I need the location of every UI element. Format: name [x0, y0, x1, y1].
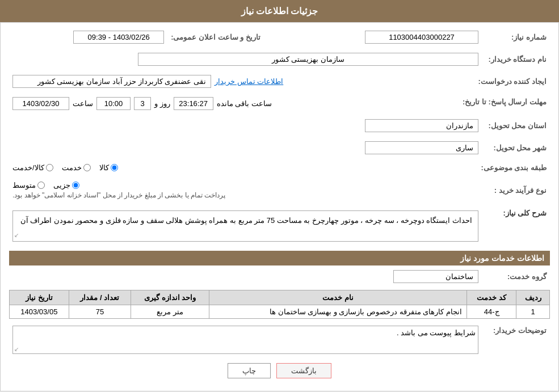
- resize-icon: ↙: [14, 230, 19, 240]
- date-value: 1403/02/26 - 09:39: [73, 31, 164, 44]
- content-area: شماره نیاز: 1103004403000227 تاریخ و ساع…: [0, 22, 559, 391]
- col-service-code: کد خدمت: [466, 290, 516, 305]
- city-label: شهر محل تحویل:: [482, 139, 550, 157]
- province-label: استان محل تحویل:: [482, 117, 550, 134]
- process-row: نوع فرآیند خرید : متوسط جزیی: [9, 179, 550, 201]
- col-date: تاریخ نیاز: [10, 290, 69, 305]
- need-number-row: شماره نیاز: 1103004403000227 تاریخ و ساع…: [9, 28, 550, 46]
- deadline-remaining-label: ساعت باقی مانده: [217, 99, 272, 108]
- process-option-motavasset[interactable]: متوسط: [12, 181, 45, 189]
- category-label-kala: کالا: [99, 163, 109, 172]
- process-label: نوع فرآیند خرید :: [482, 179, 550, 201]
- province-row: استان محل تحویل: مازندران: [9, 117, 550, 134]
- page-header: جزئیات اطلاعات نیاز: [0, 0, 559, 22]
- category-option-kala-khedmat[interactable]: کالا/خدمت: [12, 163, 53, 172]
- process-option-jozii[interactable]: جزیی: [53, 181, 79, 189]
- org-label: نام دستگاه خریدار:: [482, 50, 550, 68]
- service-group-row: گروه خدمت: ساختمان: [9, 268, 550, 285]
- buyer-notes-text: شرایط پیوست می باشد .: [397, 328, 476, 337]
- deadline-time-label: ساعت: [73, 99, 93, 108]
- date-label: تاریخ و ساعت اعلان عمومی:: [167, 28, 264, 46]
- col-row-num: ردیف: [516, 290, 550, 305]
- province-value: مازندران: [365, 119, 478, 132]
- category-label-khedmat: خدمت: [62, 163, 82, 172]
- header-title: جزئیات اطلاعات نیاز: [241, 6, 318, 16]
- creator-label: ایجاد کننده درخواست:: [474, 73, 550, 90]
- service-group-label: گروه خدمت:: [482, 268, 550, 285]
- col-unit: واحد اندازه گیری: [131, 290, 209, 305]
- col-service-name: نام خدمت: [209, 290, 467, 305]
- category-option-khedmat[interactable]: خدمت: [62, 163, 91, 172]
- table-row: 1 ج-44 انجام کارهای متفرقه درخصوص بازساز…: [10, 305, 550, 319]
- deadline-time: 10:00: [96, 97, 131, 110]
- category-row: طبقه بندی موضوعی: کالا/خدمت خدمت: [9, 161, 550, 174]
- process-radio-jozii[interactable]: [72, 182, 79, 189]
- notes-resize-icon: ↙: [14, 346, 19, 352]
- deadline-date: 1403/02/30: [12, 97, 69, 110]
- category-radio-group: کالا/خدمت خدمت کالا: [12, 163, 474, 172]
- cell-date: 1403/03/05: [10, 305, 69, 319]
- cell-unit: متر مربع: [131, 305, 209, 319]
- cell-row-num: 1: [516, 305, 550, 319]
- city-row: شهر محل تحویل: ساری: [9, 139, 550, 157]
- cell-quantity: 75: [69, 305, 131, 319]
- need-number-label: شماره نیاز:: [482, 28, 550, 46]
- process-label-motavasset: متوسط: [12, 181, 36, 189]
- org-row: نام دستگاه خریدار: سازمان بهزیستی کشور: [9, 50, 550, 68]
- org-value: سازمان بهزیستی کشور: [138, 53, 478, 66]
- buyer-notes-label: توضیحات خریدار:: [482, 323, 550, 356]
- services-table: ردیف کد خدمت نام خدمت واحد اندازه گیری ت…: [9, 290, 550, 319]
- buyer-notes-box: شرایط پیوست می باشد . ↙: [12, 326, 478, 354]
- cell-service-name: انجام کارهای متفرقه درخصوص بازسازی و بهس…: [209, 305, 467, 319]
- process-note: پرداخت تمام یا بخشی از مبلغ خریدار از مح…: [12, 191, 225, 199]
- deadline-day: 3: [134, 97, 151, 110]
- main-container: جزئیات اطلاعات نیاز شماره نیاز: 11030044…: [0, 0, 559, 391]
- deadline-day-label: روز و: [154, 99, 170, 108]
- process-label-jozii: جزیی: [53, 181, 70, 189]
- col-quantity: تعداد / مقدار: [69, 290, 131, 305]
- category-radio-khedmat[interactable]: [83, 164, 91, 171]
- category-option-kala[interactable]: کالا: [99, 163, 118, 172]
- creator-contact-link[interactable]: اطلاعات تماس خریدار: [215, 77, 283, 86]
- back-button[interactable]: بازگشت: [276, 363, 331, 378]
- category-label: طبقه بندی موضوعی:: [477, 161, 550, 174]
- category-radio-kala[interactable]: [111, 164, 118, 171]
- city-value: ساری: [365, 141, 478, 154]
- button-container: بازگشت چاپ: [9, 363, 550, 378]
- service-group-value: ساختمان: [393, 270, 478, 283]
- description-text: احداث ایستگاه دوچرخه ، سه چرخه ، موتور چ…: [20, 216, 472, 225]
- process-radio-group: متوسط جزیی: [12, 181, 79, 189]
- description-value: احداث ایستگاه دوچرخه ، سه چرخه ، موتور چ…: [12, 210, 478, 242]
- deadline-row: مهلت ارسال پاسخ: تا تاریخ: 1403/02/30 سا…: [9, 95, 550, 112]
- cell-service-code: ج-44: [466, 305, 516, 319]
- description-label: شرح کلی نیاز:: [482, 206, 550, 246]
- category-label-kala-khedmat: کالا/خدمت: [12, 163, 44, 172]
- description-row: شرح کلی نیاز: احداث ایستگاه دوچرخه ، سه …: [9, 206, 550, 246]
- creator-row: ایجاد کننده درخواست: نقی عضنفری کاربرداز…: [9, 73, 550, 90]
- deadline-label: مهلت ارسال پاسخ: تا تاریخ:: [459, 95, 550, 112]
- category-radio-kala-khedmat[interactable]: [46, 164, 53, 171]
- print-button[interactable]: چاپ: [228, 363, 271, 378]
- process-radio-motavasset[interactable]: [37, 182, 45, 189]
- need-number-value: 1103004403000227: [365, 31, 478, 44]
- buyer-notes-row: توضیحات خریدار: شرایط پیوست می باشد . ↙: [9, 323, 550, 356]
- deadline-remaining: 23:16:27: [174, 97, 213, 110]
- creator-value: نقی عضنفری کاربرداز حزر آباد سازمان بهزی…: [12, 75, 211, 88]
- services-section-title: اطلاعات خدمات مورد نیاز: [9, 251, 550, 265]
